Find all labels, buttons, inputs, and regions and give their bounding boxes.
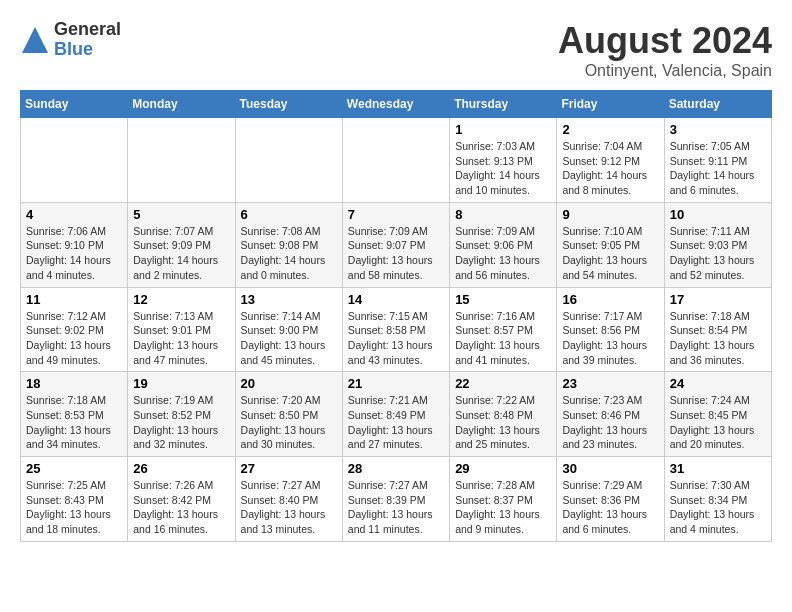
day-number: 20 — [241, 376, 337, 391]
day-info: Sunrise: 7:04 AM Sunset: 9:12 PM Dayligh… — [562, 139, 658, 198]
calendar-day — [342, 118, 449, 203]
calendar-day: 8Sunrise: 7:09 AM Sunset: 9:06 PM Daylig… — [450, 202, 557, 287]
svg-marker-0 — [22, 27, 48, 53]
calendar-day: 6Sunrise: 7:08 AM Sunset: 9:08 PM Daylig… — [235, 202, 342, 287]
day-info: Sunrise: 7:09 AM Sunset: 9:06 PM Dayligh… — [455, 224, 551, 283]
day-info: Sunrise: 7:19 AM Sunset: 8:52 PM Dayligh… — [133, 393, 229, 452]
day-info: Sunrise: 7:21 AM Sunset: 8:49 PM Dayligh… — [348, 393, 444, 452]
calendar-day: 13Sunrise: 7:14 AM Sunset: 9:00 PM Dayli… — [235, 287, 342, 372]
day-info: Sunrise: 7:17 AM Sunset: 8:56 PM Dayligh… — [562, 309, 658, 368]
day-number: 13 — [241, 292, 337, 307]
calendar-day: 14Sunrise: 7:15 AM Sunset: 8:58 PM Dayli… — [342, 287, 449, 372]
day-number: 6 — [241, 207, 337, 222]
calendar-day: 24Sunrise: 7:24 AM Sunset: 8:45 PM Dayli… — [664, 372, 771, 457]
day-number: 25 — [26, 461, 122, 476]
day-number: 3 — [670, 122, 766, 137]
calendar-day: 21Sunrise: 7:21 AM Sunset: 8:49 PM Dayli… — [342, 372, 449, 457]
day-number: 21 — [348, 376, 444, 391]
day-number: 30 — [562, 461, 658, 476]
day-number: 22 — [455, 376, 551, 391]
subtitle: Ontinyent, Valencia, Spain — [558, 62, 772, 80]
logo-text: General Blue — [54, 20, 121, 60]
day-number: 23 — [562, 376, 658, 391]
calendar-day: 15Sunrise: 7:16 AM Sunset: 8:57 PM Dayli… — [450, 287, 557, 372]
calendar-day: 9Sunrise: 7:10 AM Sunset: 9:05 PM Daylig… — [557, 202, 664, 287]
calendar-day: 12Sunrise: 7:13 AM Sunset: 9:01 PM Dayli… — [128, 287, 235, 372]
day-number: 2 — [562, 122, 658, 137]
calendar-day: 4Sunrise: 7:06 AM Sunset: 9:10 PM Daylig… — [21, 202, 128, 287]
day-number: 11 — [26, 292, 122, 307]
col-tuesday: Tuesday — [235, 91, 342, 118]
day-number: 4 — [26, 207, 122, 222]
day-info: Sunrise: 7:20 AM Sunset: 8:50 PM Dayligh… — [241, 393, 337, 452]
day-info: Sunrise: 7:11 AM Sunset: 9:03 PM Dayligh… — [670, 224, 766, 283]
day-number: 10 — [670, 207, 766, 222]
calendar-day: 19Sunrise: 7:19 AM Sunset: 8:52 PM Dayli… — [128, 372, 235, 457]
logo-blue: Blue — [54, 40, 121, 60]
day-info: Sunrise: 7:30 AM Sunset: 8:34 PM Dayligh… — [670, 478, 766, 537]
day-info: Sunrise: 7:23 AM Sunset: 8:46 PM Dayligh… — [562, 393, 658, 452]
calendar-week-2: 4Sunrise: 7:06 AM Sunset: 9:10 PM Daylig… — [21, 202, 772, 287]
day-number: 24 — [670, 376, 766, 391]
day-info: Sunrise: 7:08 AM Sunset: 9:08 PM Dayligh… — [241, 224, 337, 283]
main-title: August 2024 — [558, 20, 772, 62]
day-info: Sunrise: 7:24 AM Sunset: 8:45 PM Dayligh… — [670, 393, 766, 452]
calendar-week-1: 1Sunrise: 7:03 AM Sunset: 9:13 PM Daylig… — [21, 118, 772, 203]
day-number: 16 — [562, 292, 658, 307]
calendar-day: 16Sunrise: 7:17 AM Sunset: 8:56 PM Dayli… — [557, 287, 664, 372]
day-number: 18 — [26, 376, 122, 391]
calendar-week-4: 18Sunrise: 7:18 AM Sunset: 8:53 PM Dayli… — [21, 372, 772, 457]
calendar-day: 1Sunrise: 7:03 AM Sunset: 9:13 PM Daylig… — [450, 118, 557, 203]
day-number: 29 — [455, 461, 551, 476]
day-number: 7 — [348, 207, 444, 222]
day-number: 1 — [455, 122, 551, 137]
day-number: 19 — [133, 376, 229, 391]
day-info: Sunrise: 7:27 AM Sunset: 8:40 PM Dayligh… — [241, 478, 337, 537]
day-number: 8 — [455, 207, 551, 222]
day-number: 12 — [133, 292, 229, 307]
calendar-day: 20Sunrise: 7:20 AM Sunset: 8:50 PM Dayli… — [235, 372, 342, 457]
calendar-day: 22Sunrise: 7:22 AM Sunset: 8:48 PM Dayli… — [450, 372, 557, 457]
calendar-week-5: 25Sunrise: 7:25 AM Sunset: 8:43 PM Dayli… — [21, 457, 772, 542]
day-info: Sunrise: 7:26 AM Sunset: 8:42 PM Dayligh… — [133, 478, 229, 537]
calendar-day: 17Sunrise: 7:18 AM Sunset: 8:54 PM Dayli… — [664, 287, 771, 372]
logo: General Blue — [20, 20, 121, 60]
calendar-day: 30Sunrise: 7:29 AM Sunset: 8:36 PM Dayli… — [557, 457, 664, 542]
calendar-day: 5Sunrise: 7:07 AM Sunset: 9:09 PM Daylig… — [128, 202, 235, 287]
calendar-day: 26Sunrise: 7:26 AM Sunset: 8:42 PM Dayli… — [128, 457, 235, 542]
calendar-week-3: 11Sunrise: 7:12 AM Sunset: 9:02 PM Dayli… — [21, 287, 772, 372]
calendar-day: 11Sunrise: 7:12 AM Sunset: 9:02 PM Dayli… — [21, 287, 128, 372]
col-monday: Monday — [128, 91, 235, 118]
day-info: Sunrise: 7:29 AM Sunset: 8:36 PM Dayligh… — [562, 478, 658, 537]
day-info: Sunrise: 7:18 AM Sunset: 8:54 PM Dayligh… — [670, 309, 766, 368]
calendar-day: 31Sunrise: 7:30 AM Sunset: 8:34 PM Dayli… — [664, 457, 771, 542]
day-info: Sunrise: 7:16 AM Sunset: 8:57 PM Dayligh… — [455, 309, 551, 368]
logo-icon — [20, 25, 50, 55]
calendar-day: 23Sunrise: 7:23 AM Sunset: 8:46 PM Dayli… — [557, 372, 664, 457]
calendar-day: 18Sunrise: 7:18 AM Sunset: 8:53 PM Dayli… — [21, 372, 128, 457]
day-number: 31 — [670, 461, 766, 476]
day-info: Sunrise: 7:14 AM Sunset: 9:00 PM Dayligh… — [241, 309, 337, 368]
calendar-day — [235, 118, 342, 203]
calendar-day: 2Sunrise: 7:04 AM Sunset: 9:12 PM Daylig… — [557, 118, 664, 203]
header: General Blue August 2024 Ontinyent, Vale… — [20, 20, 772, 80]
day-info: Sunrise: 7:15 AM Sunset: 8:58 PM Dayligh… — [348, 309, 444, 368]
calendar-day: 28Sunrise: 7:27 AM Sunset: 8:39 PM Dayli… — [342, 457, 449, 542]
day-info: Sunrise: 7:06 AM Sunset: 9:10 PM Dayligh… — [26, 224, 122, 283]
day-info: Sunrise: 7:03 AM Sunset: 9:13 PM Dayligh… — [455, 139, 551, 198]
logo-general: General — [54, 20, 121, 40]
col-wednesday: Wednesday — [342, 91, 449, 118]
day-info: Sunrise: 7:25 AM Sunset: 8:43 PM Dayligh… — [26, 478, 122, 537]
day-info: Sunrise: 7:12 AM Sunset: 9:02 PM Dayligh… — [26, 309, 122, 368]
day-info: Sunrise: 7:27 AM Sunset: 8:39 PM Dayligh… — [348, 478, 444, 537]
col-sunday: Sunday — [21, 91, 128, 118]
calendar-day — [21, 118, 128, 203]
calendar-day: 27Sunrise: 7:27 AM Sunset: 8:40 PM Dayli… — [235, 457, 342, 542]
day-info: Sunrise: 7:10 AM Sunset: 9:05 PM Dayligh… — [562, 224, 658, 283]
col-thursday: Thursday — [450, 91, 557, 118]
calendar-day: 25Sunrise: 7:25 AM Sunset: 8:43 PM Dayli… — [21, 457, 128, 542]
col-saturday: Saturday — [664, 91, 771, 118]
title-area: August 2024 Ontinyent, Valencia, Spain — [558, 20, 772, 80]
day-info: Sunrise: 7:22 AM Sunset: 8:48 PM Dayligh… — [455, 393, 551, 452]
day-number: 5 — [133, 207, 229, 222]
